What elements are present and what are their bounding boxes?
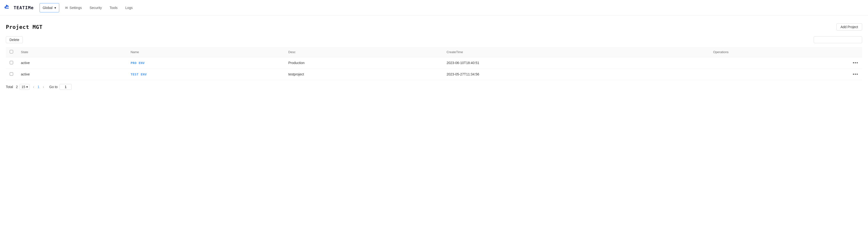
header-desc: Desc [284, 47, 443, 57]
navbar: TEATIMe Global ▾ ✉ Settings Security Too… [0, 0, 868, 15]
row1-name-link[interactable]: PRO ENV [131, 61, 145, 65]
row2-checkbox[interactable] [10, 72, 13, 76]
nav-item-security[interactable]: Security [90, 5, 102, 11]
row2-desc: testproject [284, 69, 443, 80]
nav-item-logs[interactable]: Logs [125, 5, 132, 11]
row1-state: active [17, 57, 127, 69]
table-body: active PRO ENV Production 2023-06-10T18:… [6, 57, 862, 80]
row1-checkbox[interactable] [10, 61, 13, 64]
page-title: Project MGT [6, 24, 42, 30]
header-checkbox-col [6, 47, 17, 57]
table-header: State Name Desc CreateTime Operations [6, 47, 862, 57]
nav-item-settings[interactable]: ✉ Settings [65, 5, 82, 11]
row1-name: PRO ENV [127, 57, 284, 69]
current-page: 1 [38, 85, 39, 89]
svg-rect-2 [5, 8, 9, 8]
row2-name: TEST ENV [127, 69, 284, 80]
logo-area: TEATIMe [4, 4, 38, 12]
row2-name-link[interactable]: TEST ENV [131, 72, 147, 76]
goto-input[interactable] [59, 84, 72, 90]
nav-label-security: Security [90, 6, 102, 10]
main-content: Project MGT Add Project Delete State Nam… [0, 15, 868, 98]
page-size-chevron: ▾ [26, 85, 28, 89]
header-operations: Operations [709, 47, 862, 57]
global-selector-label: Global [43, 6, 53, 10]
row1-checkbox-cell [6, 57, 17, 69]
table-row: active PRO ENV Production 2023-06-10T18:… [6, 57, 862, 69]
prev-page-button[interactable]: ‹ [32, 85, 36, 89]
global-selector[interactable]: Global ▾ [39, 3, 59, 12]
row1-ops: ••• [709, 57, 862, 69]
row1-createtime: 2023-06-10T18:40:51 [443, 57, 709, 69]
row2-createtime: 2023-05-27T11:34:56 [443, 69, 709, 80]
chevron-down-icon: ▾ [54, 6, 56, 10]
nav-items: ✉ Settings Security Tools Logs [65, 5, 132, 11]
row1-desc: Production [284, 57, 443, 69]
page-size-value: 15 [21, 85, 25, 89]
projects-table: State Name Desc CreateTime Operations ac… [6, 47, 862, 80]
nav-label-logs: Logs [125, 6, 132, 10]
nav-label-settings: Settings [69, 6, 82, 10]
header-name: Name [127, 47, 284, 57]
row2-state: active [17, 69, 127, 80]
row2-checkbox-cell [6, 69, 17, 80]
select-all-checkbox[interactable] [10, 50, 13, 54]
search-input[interactable] [814, 36, 862, 43]
brand-name: TEATIMe [13, 5, 34, 10]
total-label: Total [6, 85, 13, 89]
row1-ops-menu[interactable]: ••• [853, 61, 858, 65]
toolbar: Delete [6, 36, 862, 43]
goto-label: Go to [49, 85, 58, 89]
delete-button[interactable]: Delete [6, 36, 23, 43]
pagination: Total 2 15 ▾ ‹ 1 › Go to [6, 84, 862, 90]
brand-logo-icon [4, 4, 12, 12]
table-row: active TEST ENV testproject 2023-05-27T1… [6, 69, 862, 80]
settings-icon: ✉ [65, 6, 68, 10]
row2-ops: ••• [709, 69, 862, 80]
page-size-selector[interactable]: 15 ▾ [20, 84, 30, 90]
header-state: State [17, 47, 127, 57]
add-project-button[interactable]: Add Project [836, 23, 862, 31]
page-header: Project MGT Add Project [6, 23, 862, 31]
next-page-button[interactable]: › [41, 85, 45, 89]
total-count: 2 [16, 85, 18, 89]
header-createtime: CreateTime [443, 47, 709, 57]
nav-label-tools: Tools [110, 6, 118, 10]
row2-ops-menu[interactable]: ••• [853, 72, 858, 76]
nav-item-tools[interactable]: Tools [110, 5, 118, 11]
